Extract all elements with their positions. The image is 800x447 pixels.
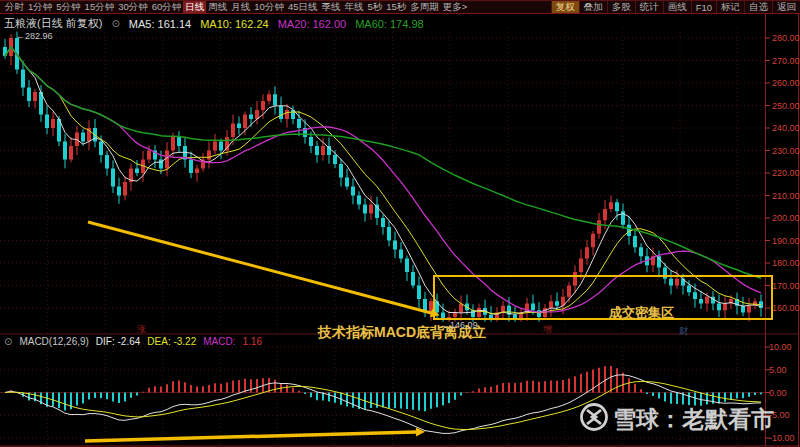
svg-text:230.00: 230.00 — [772, 146, 800, 156]
ma5-line — [5, 47, 761, 314]
svg-text:5.00: 5.00 — [769, 365, 787, 375]
ma-value-0: MA5: 161.14 — [129, 18, 191, 30]
annotation-macd-arrow — [85, 428, 425, 441]
ma-value-2: MA20: 162.00 — [278, 18, 347, 30]
svg-text:270.00: 270.00 — [772, 56, 800, 66]
macd-value-3: MACD: — [203, 336, 235, 347]
period-item-15[interactable]: 多周期 — [408, 1, 441, 14]
svg-text:180.00: 180.00 — [772, 258, 800, 268]
svg-text:200.00: 200.00 — [772, 213, 800, 223]
macd-header: ⊙MACD(12,26,9)DIF: -2.64DEA: -3.22MACD:1… — [4, 336, 262, 347]
period-item-8[interactable]: 月线 — [229, 1, 252, 14]
svg-text:260.00: 260.00 — [772, 78, 800, 88]
toolbar-button-5[interactable]: F10 — [691, 1, 716, 13]
period-item-7[interactable]: 周线 — [206, 1, 229, 14]
toolbar-button-0[interactable]: 复权 — [551, 1, 579, 13]
collapse-icon[interactable]: ⊙ — [111, 18, 119, 29]
svg-text:240.00: 240.00 — [772, 123, 800, 133]
macd-value-2: DEA: -3.22 — [147, 336, 196, 347]
period-item-12[interactable]: 年线 — [342, 1, 365, 14]
period-item-3[interactable]: 15分钟 — [83, 1, 117, 14]
ma-value-1: MA10: 162.24 — [200, 18, 269, 30]
ma10-line — [5, 47, 761, 313]
low-price-label: ←146.09 — [441, 320, 478, 330]
period-item-16[interactable]: 更多> — [441, 1, 470, 14]
chart-canvas[interactable]: 280.00270.00260.00250.00240.00230.00220.… — [0, 0, 800, 447]
candlestick-series — [3, 32, 763, 322]
period-item-4[interactable]: 30分钟 — [116, 1, 150, 14]
period-item-6[interactable]: 日线 — [183, 1, 206, 14]
svg-text:10.00: 10.00 — [769, 342, 792, 352]
period-item-10[interactable]: 45日线 — [286, 1, 320, 14]
period-item-11[interactable]: 季线 — [319, 1, 342, 14]
svg-text:160.00: 160.00 — [772, 303, 800, 313]
stock-chart-window: 分时1分钟5分钟15分钟30分钟60分钟日线周线月线10分钟45日线季线年线5秒… — [0, 0, 800, 447]
svg-text:280.00: 280.00 — [772, 33, 800, 43]
period-toolbar: 分时1分钟5分钟15分钟30分钟60分钟日线周线月线10分钟45日线季线年线5秒… — [0, 0, 800, 14]
ma20-line — [5, 47, 761, 312]
period-item-2[interactable]: 5分钟 — [54, 1, 82, 14]
kline-header: 五粮液(日线 前复权)⊙MA5: 161.14MA10: 162.24MA20:… — [4, 16, 424, 31]
faint-mark-2: 财 — [679, 326, 688, 336]
macd-histogram — [5, 366, 761, 411]
period-item-5[interactable]: 60分钟 — [150, 1, 184, 14]
toolbar-button-6[interactable]: 标记 — [716, 1, 744, 13]
faint-mark-0: 涨 — [136, 324, 146, 334]
toolbar-button-4[interactable]: 画线 — [663, 1, 691, 13]
svg-text:220.00: 220.00 — [772, 168, 800, 178]
faint-mark-1: 增 — [542, 324, 552, 334]
period-item-1[interactable]: 1分钟 — [26, 1, 54, 14]
svg-text:210.00: 210.00 — [772, 191, 800, 201]
period-item-13[interactable]: 5秒 — [365, 1, 384, 14]
svg-text:0.00: 0.00 — [769, 388, 787, 398]
ma-value-3: MA60: 174.98 — [355, 18, 424, 30]
period-item-14[interactable]: 15秒 — [384, 1, 408, 14]
period-item-0[interactable]: 分时 — [3, 1, 26, 14]
toolbar-button-7[interactable]: 自选 — [744, 1, 772, 13]
chart-title: 五粮液(日线 前复权) — [4, 16, 102, 31]
toolbar-button-8[interactable]: 返回 — [772, 1, 800, 13]
volume-zone-annotation: 成交密集区 — [608, 305, 674, 320]
svg-text:190.00: 190.00 — [772, 236, 800, 246]
svg-text:250.00: 250.00 — [772, 101, 800, 111]
high-price-label: ←282.96 — [16, 31, 53, 41]
svg-text:170.00: 170.00 — [772, 281, 800, 291]
watermark-text: 雪球：老默看市 — [613, 406, 774, 432]
period-item-9[interactable]: 10分钟 — [252, 1, 286, 14]
ma60-line — [5, 47, 761, 278]
toolbar-button-3[interactable]: 统计 — [635, 1, 663, 13]
svg-text:-10.00: -10.00 — [769, 433, 795, 443]
price-axis-labels: 280.00270.00260.00250.00240.00230.00220.… — [765, 33, 800, 313]
macd-value-0: MACD(12,26,9) — [19, 336, 88, 347]
xueqiu-watermark: 雪球：老默看市 — [582, 405, 775, 433]
macd-value-1: DIF: -2.64 — [96, 336, 140, 347]
macd-collapse-icon[interactable]: ⊙ — [4, 336, 12, 347]
macd-value-4: 1.16 — [242, 336, 261, 347]
toolbar-actions: 复权叠加多股统计画线F10标记自选返回 — [551, 1, 800, 13]
toolbar-button-1[interactable]: 叠加 — [579, 1, 607, 13]
annotation-trendline — [88, 222, 440, 317]
period-list: 分时1分钟5分钟15分钟30分钟60分钟日线周线月线10分钟45日线季线年线5秒… — [0, 1, 469, 14]
toolbar-button-2[interactable]: 多股 — [607, 1, 635, 13]
